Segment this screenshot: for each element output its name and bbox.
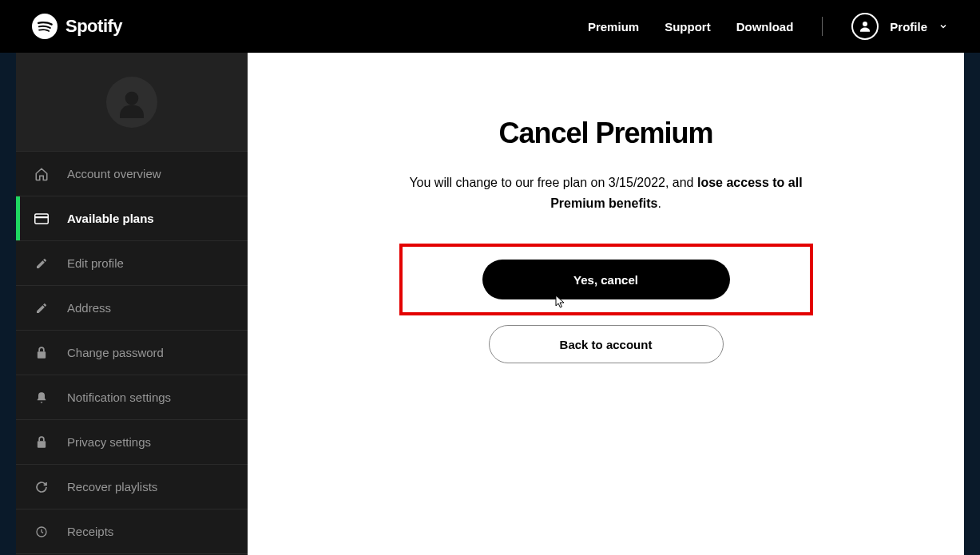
sidebar-item-label: Available plans (67, 212, 154, 225)
chevron-down-icon (938, 22, 948, 31)
pencil-icon (34, 300, 50, 316)
highlight-annotation: Yes, cancel (399, 244, 813, 315)
home-icon (34, 166, 50, 182)
yes-cancel-button[interactable]: Yes, cancel (482, 260, 730, 299)
lock-icon (34, 345, 50, 361)
sidebar-avatar-block (16, 53, 248, 152)
back-to-account-button[interactable]: Back to account (489, 325, 724, 363)
spotify-icon (32, 14, 58, 39)
sidebar-item-privacy-settings[interactable]: Privacy settings (16, 420, 248, 465)
nav-divider (822, 17, 823, 36)
bell-icon (34, 390, 50, 406)
page-description: You will change to our free plan on 3/15… (407, 172, 806, 213)
sidebar-item-label: Privacy settings (67, 435, 151, 449)
top-header: Spotify Premium Support Download Profile (0, 0, 980, 53)
profile-avatar-icon (851, 13, 879, 40)
sidebar-item-receipts[interactable]: Receipts (16, 509, 248, 554)
profile-label: Profile (890, 20, 927, 34)
svg-rect-3 (35, 214, 49, 224)
content-wrap: Account overview Available plans Edit pr… (0, 53, 980, 555)
page-title: Cancel Premium (498, 117, 712, 150)
sidebar-item-label: Recover playlists (67, 480, 157, 494)
sidebar-item-label: Receipts (67, 525, 113, 538)
card-icon (34, 211, 50, 227)
lock-icon (34, 434, 50, 450)
svg-point-1 (863, 22, 867, 26)
profile-menu[interactable]: Profile (851, 13, 948, 40)
desc-post: . (657, 196, 661, 210)
spotify-logo[interactable]: Spotify (32, 14, 122, 39)
sidebar-item-label: Edit profile (67, 256, 124, 270)
sidebar-item-available-plans[interactable]: Available plans (16, 196, 248, 241)
nav-premium[interactable]: Premium (588, 20, 639, 34)
sidebar-item-recover-playlists[interactable]: Recover playlists (16, 465, 248, 509)
brand-text: Spotify (65, 16, 122, 37)
nav-download[interactable]: Download (736, 20, 794, 34)
sidebar-item-label: Account overview (67, 167, 161, 180)
main-content: Cancel Premium You will change to our fr… (248, 53, 964, 555)
svg-rect-5 (38, 351, 46, 359)
nav-support[interactable]: Support (665, 20, 711, 34)
clock-icon (34, 524, 50, 540)
sidebar-item-label: Address (67, 301, 111, 315)
sidebar-item-label: Change password (67, 346, 164, 359)
svg-rect-6 (38, 441, 46, 448)
user-avatar-icon (106, 77, 157, 128)
sidebar-item-label: Notification settings (67, 390, 171, 404)
sidebar-item-account-overview[interactable]: Account overview (16, 152, 248, 196)
header-nav: Premium Support Download Profile (588, 13, 948, 40)
svg-rect-4 (35, 216, 49, 218)
sidebar-item-edit-profile[interactable]: Edit profile (16, 241, 248, 286)
sidebar: Account overview Available plans Edit pr… (16, 53, 248, 555)
sidebar-item-notification-settings[interactable]: Notification settings (16, 375, 248, 420)
desc-pre: You will change to our free plan on 3/15… (409, 176, 697, 189)
svg-point-2 (125, 91, 139, 105)
refresh-icon (34, 479, 50, 495)
pencil-icon (34, 256, 50, 272)
sidebar-item-address[interactable]: Address (16, 286, 248, 331)
sidebar-item-change-password[interactable]: Change password (16, 331, 248, 375)
